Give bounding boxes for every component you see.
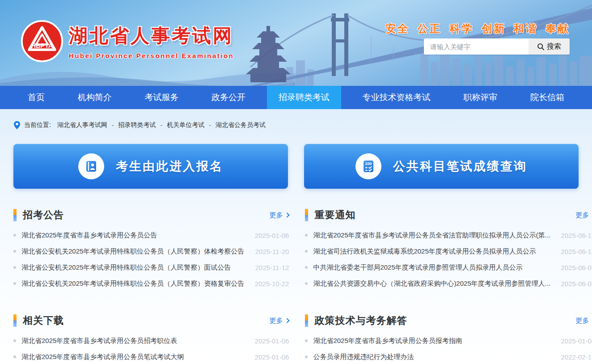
article-date: 2025-06-05 [558, 264, 592, 271]
breadcrumb-item-home[interactable]: 湖北省人事考试网 [57, 121, 107, 129]
article-date: 2025-06-03 [558, 280, 592, 288]
nav-item-home[interactable]: 首页 [16, 86, 56, 109]
article-date: 2025-01-06 [251, 353, 289, 361]
article-link[interactable]: 湖北省公安机关2025年考试录用特殊职位公务员（人民警察）资格复审公告 [21, 279, 244, 288]
bullet-icon [13, 266, 16, 269]
article-date: 2025-01-06 [251, 232, 289, 239]
more-link[interactable]: 更多 [269, 211, 289, 220]
list-item: 湖北省2025年度省市县乡考试录用公务员招考职位表 2025-01-06 [13, 333, 289, 349]
list-item: 湖北省2025年度省市县乡考试录用公务员公告 2025-01-06 [13, 227, 289, 243]
site-title: 湖北省人事考试网 [69, 23, 234, 48]
article-link[interactable]: 湖北省2025年度省市县乡考试录用公务员招考职位表 [21, 337, 244, 345]
bullet-icon [305, 250, 308, 253]
nav-item-professional-qualification[interactable]: 专业技术资格考试 [351, 86, 442, 109]
breadcrumb-item-civil-servant-exam[interactable]: 湖北省公务员考试 [216, 121, 266, 129]
breadcrumb-item-recruitment[interactable]: 招录聘类考试 [118, 121, 156, 129]
slogan-banner: 安全 公正 科学 创新 和谐 奉献 [385, 21, 570, 36]
list-item: 公务员录用违规违纪行为处理办法 2022-02-18 [305, 349, 592, 364]
score-query-label: 公共科目笔试成绩查询 [393, 158, 527, 174]
bullet-icon [305, 282, 308, 285]
article-date: 2025-11-12 [251, 264, 289, 271]
registration-entry-label: 考生由此进入报名 [116, 158, 223, 174]
article-date: 2025-01-06 [558, 337, 592, 345]
article-link[interactable]: 湖北省2025年度省市县乡考试录用公务员笔试考试大纲 [21, 353, 244, 361]
nav-item-title-review[interactable]: 职称评审 [452, 86, 509, 109]
contact-card-icon [78, 153, 104, 179]
score-icon-label: 100 [365, 161, 372, 166]
section-title: 政策技术与考务解答 [314, 314, 407, 327]
main-nav: 首页 机构简介 考试服务 政务公开 招录聘类考试 专业技术资格考试 职称评审 院… [0, 86, 592, 109]
list-item: 湖北省司法行政机关监狱戒毒系统2025年度考试录用公务员拟录用人员公示 2025… [305, 243, 592, 259]
breadcrumb-prefix: 当前位置: [24, 121, 51, 129]
list-item: 湖北省2025年度省市县乡考试录用公务员报考指南 2025-01-06 [305, 333, 592, 349]
bullet-icon [305, 339, 308, 342]
section-marker [305, 209, 308, 221]
sections-grid: 招考公告 更多 湖北省2025年度省市县乡考试录用公务员公告 2025-01-0… [13, 208, 579, 364]
score-sheet-icon: 100 [355, 153, 381, 179]
score-query-button[interactable]: 100 公共科目笔试成绩查询 [304, 144, 579, 189]
nav-item-about[interactable]: 机构简介 [66, 86, 123, 109]
search-icon [537, 43, 545, 51]
more-link[interactable]: 更多 [575, 211, 592, 220]
breadcrumb: 当前位置: 湖北省人事考试网 - 招录聘类考试 - 机关单位考试 - 湖北省公务… [13, 109, 579, 130]
list-item: 湖北省公安机关2025年考试录用特殊职位公务员（人民警察）资格复审公告 2025… [13, 275, 289, 292]
chevron-right-icon [285, 318, 290, 323]
breadcrumb-separator: - [209, 122, 211, 129]
bullet-icon [305, 266, 308, 269]
article-link[interactable]: 湖北省2025年度省市县乡考试录用公务员报考指南 [313, 337, 550, 345]
section-title: 招考公告 [23, 208, 64, 222]
article-date: 2025-06-17 [558, 232, 592, 239]
bullet-icon [305, 234, 308, 237]
article-link[interactable]: 湖北省司法行政机关监狱戒毒系统2025年度考试录用公务员拟录用人员公示 [313, 247, 550, 256]
article-link[interactable]: 湖北省公安机关2025年考试录用特殊职位公务员（人民警察）体检考察公告 [21, 247, 244, 256]
bullet-icon [305, 356, 308, 358]
nav-item-gov-info[interactable]: 政务公开 [200, 86, 257, 109]
breadcrumb-item-agency-exams[interactable]: 机关单位考试 [167, 121, 204, 129]
section-title: 相关下载 [23, 314, 64, 327]
chevron-right-icon [285, 212, 290, 217]
more-link[interactable]: 更多 [269, 317, 289, 325]
article-date: 2022-02-18 [558, 353, 592, 361]
breadcrumb-separator: - [112, 122, 114, 129]
search-input[interactable] [424, 38, 529, 55]
article-link[interactable]: 中共湖北省委老干部局2025年度考试录用参照管理人员拟录用人员公示 [313, 263, 550, 272]
article-date: 2025-06-13 [558, 248, 592, 255]
article-link[interactable]: 湖北省2025年度省市县乡考试录用公务员公告 [21, 231, 244, 240]
section-important-notices: 重要通知 更多 湖北省2025年度省市县乡考试录用公务员全省法官助理职位拟录用人… [305, 208, 592, 292]
search-bar: 搜索 [424, 38, 570, 55]
article-link[interactable]: 公务员录用违规违纪行为处理办法 [313, 353, 550, 361]
site-subtitle: Hubei Province Personnel Examination [69, 52, 234, 59]
location-pin-icon [13, 121, 21, 130]
section-related-downloads: 相关下载 更多 湖北省2025年度省市县乡考试录用公务员招考职位表 2025-0… [13, 314, 289, 364]
registration-entry-button[interactable]: 考生由此进入报名 [13, 144, 288, 189]
bullet-icon [13, 356, 16, 358]
section-policy-qa: 政策技术与考务解答 更多 湖北省2025年度省市县乡考试录用公务员报考指南 20… [305, 314, 592, 364]
bullet-icon [13, 234, 16, 237]
site-logo[interactable]: HBPTA [21, 20, 63, 63]
list-item: 湖北省公安机关2025年考试录用特殊职位公务员（人民警察）面试公告 2025-1… [13, 259, 289, 275]
more-link[interactable]: 更多 [575, 317, 592, 325]
section-recruitment-announcements: 招考公告 更多 湖北省2025年度省市县乡考试录用公务员公告 2025-01-0… [13, 208, 289, 292]
article-date: 2025-01-06 [251, 337, 289, 345]
list-item: 湖北省公共资源交易中心（湖北省政府采购中心)2025年度考试录用参照管理人...… [305, 275, 592, 292]
bullet-icon [13, 339, 16, 342]
nav-item-recruitment-exams[interactable]: 招录聘类考试 [267, 86, 341, 109]
page-content: 当前位置: 湖北省人事考试网 - 招录聘类考试 - 机关单位考试 - 湖北省公务… [0, 109, 592, 364]
article-date: 2025-10-22 [251, 280, 289, 288]
section-marker [13, 209, 17, 221]
article-link[interactable]: 湖北省公安机关2025年考试录用特殊职位公务员（人民警察）面试公告 [21, 263, 244, 272]
search-button[interactable]: 搜索 [529, 38, 570, 55]
nav-item-exam-services[interactable]: 考试服务 [133, 86, 190, 109]
bullet-icon [13, 282, 16, 285]
breadcrumb-separator: - [161, 122, 163, 129]
site-header: HBPTA 湖北省人事考试网 Hubei Province Personnel … [0, 0, 592, 86]
section-title: 重要通知 [314, 208, 355, 222]
section-marker [305, 314, 308, 327]
list-item: 湖北省公安机关2025年考试录用特殊职位公务员（人民警察）体检考察公告 2025… [13, 243, 289, 259]
entry-buttons-row: 考生由此进入报名 100 公共科目笔试成绩查询 [13, 144, 579, 189]
article-link[interactable]: 湖北省2025年度省市县乡考试录用公务员全省法官助理职位拟录用人员公示(第... [313, 231, 550, 240]
list-item: 湖北省2025年度省市县乡考试录用公务员笔试考试大纲 2025-01-06 [13, 349, 289, 364]
article-link[interactable]: 湖北省公共资源交易中心（湖北省政府采购中心)2025年度考试录用参照管理人... [313, 279, 550, 288]
nav-item-director-mailbox[interactable]: 院长信箱 [519, 86, 576, 109]
list-item: 湖北省2025年度省市县乡考试录用公务员全省法官助理职位拟录用人员公示(第...… [305, 227, 592, 243]
